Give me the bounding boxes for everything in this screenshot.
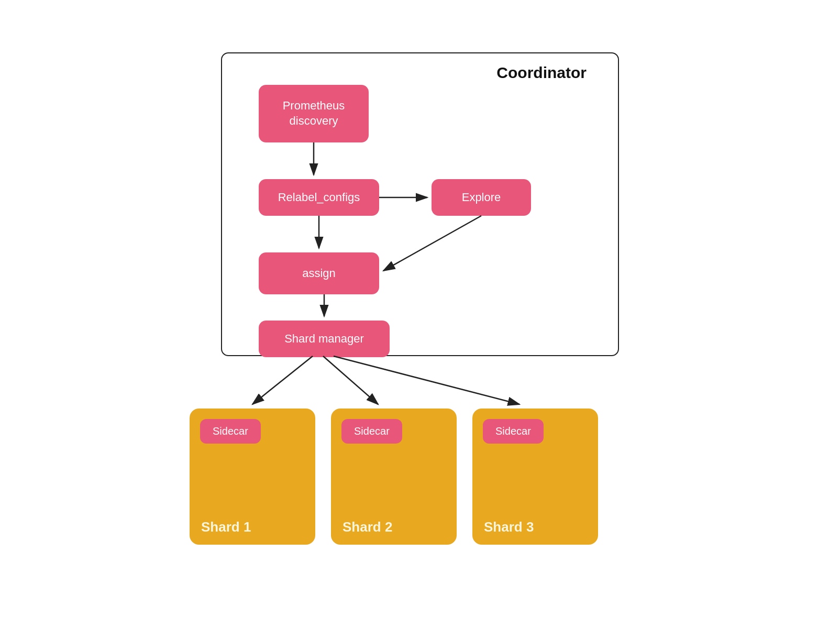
shard-manager-box: Shard manager (259, 321, 390, 357)
svg-line-9 (334, 356, 520, 404)
explore-box: Explore (432, 179, 531, 216)
assign-label: assign (302, 267, 336, 280)
sidecar-2-label: Sidecar (354, 425, 390, 437)
shard-2-label: Shard 2 (342, 519, 392, 535)
shard-1-label: Shard 1 (201, 519, 251, 535)
sidecar-3-box: Sidecar (483, 419, 544, 444)
assign-box: assign (259, 252, 379, 294)
shard-3-label: Shard 3 (484, 519, 534, 535)
sidecar-1-label: Sidecar (213, 425, 248, 437)
prometheus-discovery-box: Prometheus discovery (259, 85, 369, 142)
sidecar-3-label: Sidecar (495, 425, 531, 437)
explore-label: Explore (462, 191, 501, 204)
sidecar-2-box: Sidecar (341, 419, 402, 444)
svg-line-7 (252, 356, 313, 404)
shard-1-box: Sidecar Shard 1 (190, 409, 315, 545)
shard-manager-label: Shard manager (284, 332, 364, 346)
coordinator-box: Coordinator Prometheus discovery Relabel… (221, 52, 619, 356)
coordinator-label: Coordinator (496, 64, 587, 82)
prometheus-discovery-label: Prometheus discovery (283, 98, 345, 128)
shard-2-box: Sidecar Shard 2 (331, 409, 457, 545)
shard-3-box: Sidecar Shard 3 (472, 409, 598, 545)
relabel-configs-label: Relabel_configs (278, 191, 360, 204)
sidecar-1-box: Sidecar (200, 419, 261, 444)
relabel-configs-box: Relabel_configs (259, 179, 379, 216)
svg-line-8 (323, 356, 378, 404)
diagram-wrapper: Coordinator Prometheus discovery Relabel… (158, 31, 682, 587)
svg-line-4 (383, 216, 481, 271)
